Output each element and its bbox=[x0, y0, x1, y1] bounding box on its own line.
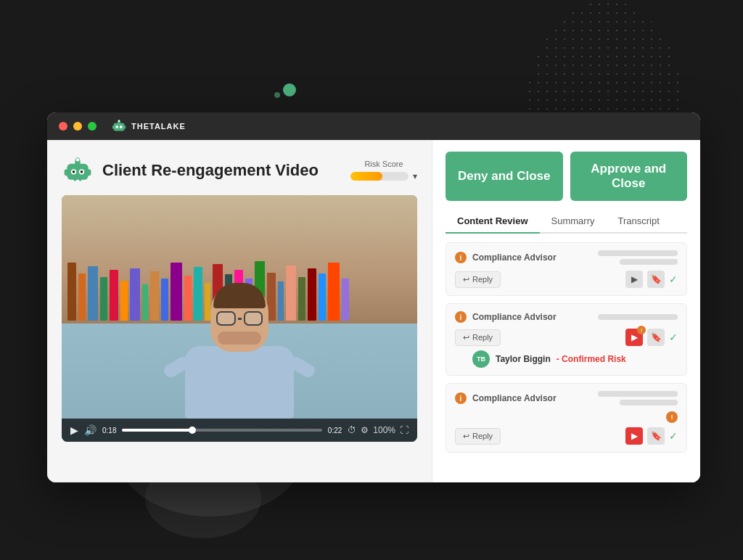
text-placeholder-3a bbox=[598, 391, 678, 397]
action-icons-3: ▶ 🔖 ✓ bbox=[625, 427, 678, 445]
svg-rect-16 bbox=[74, 177, 77, 181]
user-avatar-tb: TB bbox=[472, 350, 490, 368]
video-controls: ▶ 🔊 0:18 0:22 ⏱ ⚙ 100% ⛶ bbox=[62, 419, 417, 442]
tab-summary[interactable]: Summarry bbox=[540, 210, 607, 234]
book-8 bbox=[142, 284, 148, 321]
video-header: Client Re-engagement Video Risk Score ▾ bbox=[62, 155, 417, 186]
risk-bar-chevron-icon[interactable]: ▾ bbox=[413, 171, 417, 181]
review-item-1-footer: ↩ Reply ▶ 🔖 ✓ bbox=[455, 271, 678, 288]
svg-point-1 bbox=[115, 125, 118, 128]
review-item-2-footer: ↩ Reply ▶ ! 🔖 ✓ bbox=[455, 329, 678, 346]
tab-transcript[interactable]: Transcript bbox=[606, 210, 670, 234]
additional-controls: ⏱ ⚙ 100% ⛶ bbox=[348, 425, 409, 435]
bg-circle-small bbox=[274, 92, 280, 98]
app-logo-text: THETALAKE bbox=[131, 122, 186, 131]
svg-rect-5 bbox=[112, 125, 115, 129]
reply-label-3: Reply bbox=[472, 432, 493, 440]
risk-bar bbox=[350, 172, 409, 181]
book-26 bbox=[328, 263, 340, 321]
risk-bar-container: ▾ bbox=[350, 171, 417, 181]
video-player[interactable]: ▶ 🔊 0:18 0:22 ⏱ ⚙ 100% ⛶ bbox=[62, 195, 417, 442]
review-item-3-footer: ↩ Reply ▶ 🔖 ✓ bbox=[455, 427, 678, 445]
book-4 bbox=[100, 277, 107, 321]
advisor-label-2: Compliance Advisor bbox=[472, 312, 557, 322]
text-placeholder-1a bbox=[598, 250, 678, 256]
zoom-level: 100% bbox=[373, 425, 395, 435]
text-placeholder-1b bbox=[620, 259, 678, 265]
play-icon-red-2[interactable]: ▶ ! bbox=[625, 329, 643, 346]
glasses bbox=[216, 310, 263, 326]
left-panel: Client Re-engagement Video Risk Score ▾ bbox=[47, 140, 432, 482]
svg-point-10 bbox=[73, 170, 75, 173]
svg-rect-0 bbox=[114, 123, 125, 131]
info-icon-2: i bbox=[455, 311, 467, 323]
text-placeholder-2a bbox=[598, 314, 678, 320]
bookmark-icon-1[interactable]: 🔖 bbox=[647, 271, 665, 288]
video-progress-bar[interactable] bbox=[122, 429, 321, 432]
book-7 bbox=[130, 268, 140, 321]
check-icon-3[interactable]: ✓ bbox=[669, 430, 678, 442]
person-figure bbox=[185, 283, 294, 419]
browser-chrome: THETALAKE bbox=[47, 112, 700, 140]
reply-label-2: Reply bbox=[472, 333, 493, 342]
advisor-label-3: Compliance Advisor bbox=[472, 393, 557, 403]
review-item-3-badge: ! bbox=[455, 411, 678, 423]
reply-button-2[interactable]: ↩ Reply bbox=[455, 329, 501, 346]
window-minimize-dot[interactable] bbox=[73, 122, 82, 131]
review-items-list: i Compliance Advisor ↩ Reply bbox=[446, 242, 687, 471]
deny-and-close-button[interactable]: Deny and Close bbox=[446, 152, 563, 201]
tab-content-review[interactable]: Content Review bbox=[446, 210, 540, 234]
book-10 bbox=[161, 279, 168, 321]
action-buttons: Deny and Close Approve and Close bbox=[446, 152, 687, 201]
bookmark-icon-3[interactable]: 🔖 bbox=[647, 427, 665, 445]
chin-area bbox=[218, 332, 261, 345]
video-robot-icon bbox=[62, 155, 94, 186]
svg-rect-14 bbox=[65, 169, 69, 176]
review-item-1: i Compliance Advisor ↩ Reply bbox=[446, 242, 687, 296]
approve-and-close-button[interactable]: Approve and Close bbox=[570, 152, 688, 201]
tagged-user-row: TB Taylor Biggin - Confirmed Risk bbox=[472, 350, 678, 368]
book-23 bbox=[298, 277, 305, 321]
bookmark-icon-2[interactable]: 🔖 bbox=[647, 329, 665, 346]
thetalake-logo-icon bbox=[111, 118, 127, 134]
settings-icon[interactable]: ⚙ bbox=[361, 425, 369, 435]
play-button[interactable]: ▶ bbox=[70, 424, 78, 436]
book-25 bbox=[319, 273, 326, 321]
fullscreen-icon[interactable]: ⛶ bbox=[400, 425, 409, 435]
book-11 bbox=[171, 263, 182, 321]
window-fullscreen-dot[interactable] bbox=[88, 122, 97, 131]
svg-rect-7 bbox=[67, 164, 88, 180]
content-area: Client Re-engagement Video Risk Score ▾ bbox=[47, 140, 700, 482]
reply-button-3[interactable]: ↩ Reply bbox=[455, 428, 501, 445]
review-item-1-header: i Compliance Advisor bbox=[455, 250, 678, 265]
window-close-dot[interactable] bbox=[59, 122, 67, 131]
book-5 bbox=[110, 270, 118, 321]
book-24 bbox=[308, 268, 316, 321]
review-item-2-header: i Compliance Advisor bbox=[455, 311, 678, 323]
reply-arrow-icon-2: ↩ bbox=[463, 333, 469, 342]
background-dots bbox=[525, 0, 685, 116]
check-icon-2[interactable]: ✓ bbox=[669, 332, 678, 343]
reply-label-1: Reply bbox=[472, 275, 493, 284]
risk-score-label: Risk Score bbox=[364, 160, 403, 168]
book-2 bbox=[78, 273, 86, 321]
play-icon-red-3[interactable]: ▶ bbox=[625, 427, 643, 445]
svg-point-4 bbox=[118, 120, 120, 122]
svg-point-2 bbox=[120, 125, 123, 128]
hair bbox=[213, 283, 266, 308]
review-item-3-header: i Compliance Advisor bbox=[455, 391, 678, 405]
advisor-label-1: Compliance Advisor bbox=[472, 252, 557, 263]
play-icon-1[interactable]: ▶ bbox=[625, 271, 643, 288]
book-1 bbox=[67, 263, 76, 321]
reply-button-1[interactable]: ↩ Reply bbox=[455, 271, 501, 288]
check-icon-1[interactable]: ✓ bbox=[669, 273, 678, 285]
text-placeholder-3b bbox=[620, 400, 678, 405]
time-total: 0:22 bbox=[328, 427, 342, 435]
clock-icon[interactable]: ⏱ bbox=[348, 425, 356, 435]
time-current: 0:18 bbox=[102, 427, 116, 435]
risk-bar-fill bbox=[350, 172, 382, 181]
svg-rect-15 bbox=[87, 169, 91, 176]
volume-button[interactable]: 🔊 bbox=[84, 424, 97, 436]
svg-rect-6 bbox=[123, 125, 126, 129]
info-icon-3: i bbox=[455, 392, 467, 404]
